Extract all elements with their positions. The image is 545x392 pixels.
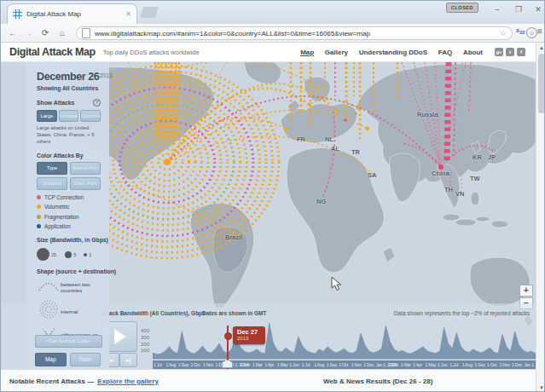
refresh-icon[interactable]: ⟳ <box>38 27 52 39</box>
facebook-icon[interactable]: f <box>517 48 525 56</box>
tooltip-date: Dec 27 <box>237 328 265 336</box>
x-tick: 1 May <box>277 362 288 367</box>
x-tick: 1 Jul <box>302 362 310 367</box>
help-icon[interactable]: ? <box>93 99 101 107</box>
map-label-tr: TR <box>351 148 360 156</box>
x-tick: 1 Nov <box>351 362 362 367</box>
shape-label: Shape (source + destination) <box>37 268 101 274</box>
map-label-kr: KR <box>473 153 482 161</box>
x-tick: 1 Aug <box>166 362 177 367</box>
capture-badge: CLOSED <box>446 3 478 13</box>
color-source-port-button[interactable]: Source Port <box>70 162 101 175</box>
back-icon[interactable]: ← <box>6 27 20 39</box>
legend-item: Volumetric <box>37 204 101 210</box>
tab-strip: Digital Attack Map ✕ CLOSED – ❐ ✕ <box>1 1 544 24</box>
legend-item: Application <box>37 223 101 229</box>
tab-title: Digital Attack Map <box>26 10 122 18</box>
legend-item: TCP Connection <box>37 194 101 200</box>
timeline-axis[interactable]: 1 Jul1 Aug1 Sep1 Oct1 Nov1 DecJan 1, 201… <box>153 360 536 369</box>
scope-label: Showing All Countries <box>37 85 101 91</box>
attack-summary: Large attacks on United States, China, F… <box>37 125 101 145</box>
x-tick: 1 Feb <box>388 362 398 367</box>
forward-icon[interactable]: → <box>21 27 35 39</box>
nav-faq[interactable]: FAQ <box>438 49 452 56</box>
filter-large-button[interactable]: Large <box>37 110 57 122</box>
size-legend: 25 5 1 <box>37 248 101 261</box>
view-map-button[interactable]: Map <box>35 353 67 366</box>
googleplus-icon[interactable]: g+ <box>495 48 503 56</box>
color-dest-port-button[interactable]: Dest. Port <box>70 177 101 190</box>
window-close-button[interactable]: ✕ <box>530 3 545 15</box>
map-label-ng: NG <box>316 198 326 205</box>
step-forward-button[interactable]: ▸| <box>119 353 137 367</box>
map-label-nl: NL <box>325 135 333 143</box>
nav-separator: · <box>352 49 355 56</box>
timeline-marker-dot <box>224 332 232 340</box>
x-tick: 1 Oct <box>191 362 200 367</box>
window-maximize-button[interactable]: ❐ <box>510 3 527 15</box>
get-embed-code-button[interactable]: <Get Embed Code> <box>35 335 102 348</box>
nav-separator: · <box>456 49 459 56</box>
browser-window: Digital Attack Map ✕ CLOSED – ❐ ✕ ← → ⟳ … <box>0 0 545 392</box>
url-text[interactable]: www.digitalattackmap.com/#anim=1&color=0… <box>95 30 496 37</box>
map-label-vn: VN <box>455 190 464 198</box>
nav-understanding-ddos[interactable]: Understanding DDoS <box>359 49 427 56</box>
color-duration-button[interactable]: Duration <box>37 177 67 190</box>
filter-combined-button[interactable]: Combined <box>80 110 101 122</box>
scrollbar-thumb[interactable] <box>538 54 545 113</box>
home-icon[interactable]: ⌂ <box>55 27 69 39</box>
show-attacks-label: Show Attacks <box>37 100 74 106</box>
profile-icon[interactable]: ☺ <box>526 27 537 38</box>
x-tick: 1 Oct <box>339 362 348 367</box>
internal-shape-icon <box>37 300 61 322</box>
x-tick: 1 Jun <box>289 362 299 367</box>
bookmark-star-icon[interactable]: ☆ <box>500 29 507 37</box>
window-minimize-button[interactable]: – <box>489 3 506 15</box>
extension-icon[interactable]: s32 <box>516 27 525 35</box>
x-tick: 1 Apr <box>264 362 274 367</box>
timeline-caption: Attack Bandwidth (All Countries), Gbps <box>101 310 206 316</box>
site-title[interactable]: Digital Attack Map <box>9 46 96 58</box>
control-sidebar: December 26 2013 Showing All Countries S… <box>26 62 109 369</box>
x-tick: 1 Feb <box>240 362 250 367</box>
tab-close-icon[interactable]: ✕ <box>125 11 131 18</box>
tcp-dot-icon <box>37 195 41 199</box>
site-nav: Map·Gallery·Understanding DDoS·FAQ·About <box>300 49 483 56</box>
browser-tab[interactable]: Digital Attack Map ✕ <box>7 3 137 24</box>
filter-unusual-button[interactable]: Unusual <box>59 110 79 122</box>
x-tick: 1 Sep <box>475 362 485 367</box>
date-tooltip: Dec 27 2013 <box>233 326 265 344</box>
size-5-icon <box>65 251 72 258</box>
scroll-down-icon[interactable]: ▼ <box>536 383 545 392</box>
map-label-al: AL <box>331 145 339 153</box>
explore-gallery-link[interactable]: Explore the gallery <box>97 378 159 385</box>
scroll-up-icon[interactable]: ▲ <box>536 43 545 53</box>
nav-separator: · <box>318 49 321 56</box>
web-news-results-label: Web & News Results (Dec 26 - 28) <box>323 378 432 385</box>
nav-map[interactable]: Map <box>300 49 314 56</box>
zoom-in-button[interactable]: + <box>519 285 533 297</box>
site-subtitle: Top daily DDoS attacks worldwide <box>103 49 200 56</box>
new-tab-button[interactable] <box>140 7 159 18</box>
bandwidth-histogram[interactable] <box>153 320 536 360</box>
mouse-cursor <box>332 277 341 291</box>
x-tick: 1 Nov <box>500 362 510 367</box>
shape-item: between two countries <box>37 280 101 295</box>
map-label-sa: SA <box>368 171 376 179</box>
url-bar[interactable]: www.digitalattackmap.com/#anim=1&color=0… <box>76 26 513 40</box>
view-table-button[interactable]: Table <box>70 353 101 366</box>
nav-gallery[interactable]: Gallery <box>325 49 348 56</box>
nav-about[interactable]: About <box>463 49 483 56</box>
tab-favicon-icon <box>13 9 22 19</box>
data-note: Data shown represents the top ~2% of rep… <box>394 310 530 316</box>
page-scrollbar[interactable]: ▲ ▼ <box>536 43 545 392</box>
color-type-button[interactable]: Type <box>37 162 67 175</box>
twitter-icon[interactable]: t <box>506 48 514 56</box>
x-tick: 1 Nov <box>203 362 213 367</box>
legend-item: Fragmentation <box>37 214 101 220</box>
menu-icon[interactable]: ≡ <box>537 26 542 36</box>
x-tick: 1 Sep <box>327 362 337 367</box>
x-tick: 1 Mar <box>401 362 411 367</box>
x-tick: 1 Aug <box>462 362 473 367</box>
x-tick: 1 Dec <box>363 362 374 367</box>
